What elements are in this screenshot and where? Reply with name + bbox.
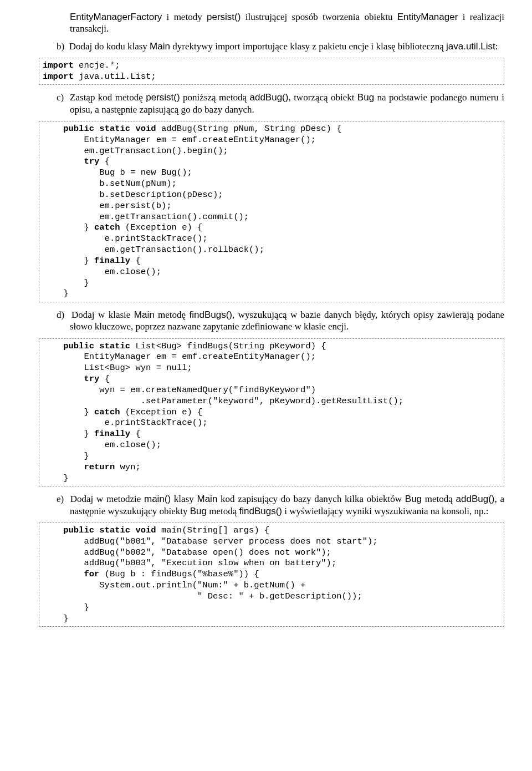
code-term: java.util.List [446, 41, 495, 52]
code-term: persist() [146, 92, 180, 103]
list-marker: e) [57, 494, 64, 504]
keyword: import [43, 72, 74, 82]
text: , tworzącą obiekt [288, 92, 357, 103]
code-term: EntityManager [397, 12, 458, 22]
code-block-c: public static void addBug(String pNum, S… [39, 121, 504, 302]
keyword: public static void [63, 124, 156, 134]
text: ilustrującej sposób tworzenia obiektu [241, 12, 397, 22]
item-b-paragraph: b) Dodaj do kodu klasy Main dyrektywy im… [70, 40, 504, 52]
text: i metody [162, 12, 207, 22]
code-term: findBugs() [239, 506, 282, 516]
code-term: Bug [190, 506, 207, 516]
text: Zastąp kod metodę [70, 92, 146, 103]
text: metodą [207, 506, 239, 516]
keyword: try [84, 374, 99, 384]
text: : [495, 41, 498, 52]
code-term: Main [197, 494, 217, 504]
code-block-b: import encje.*; import java.util.List; [39, 58, 504, 85]
code-text: { Bug b = new Bug(); b.setNum(pNum); b.s… [43, 156, 249, 232]
text: metodą [422, 494, 456, 504]
code-term: main() [144, 494, 171, 504]
keyword: return [84, 462, 115, 472]
keyword: public static [63, 341, 130, 351]
code-term: Main [134, 310, 155, 320]
item-c-paragraph: c) Zastąp kod metodę persist() poniższą … [70, 92, 504, 115]
list-marker: c) [57, 92, 64, 103]
text: Dodaj w klasie [71, 310, 134, 320]
code-term: Main [150, 41, 170, 52]
list-marker: b) [57, 41, 64, 52]
text: poniższą metodą [180, 92, 250, 103]
code-text [43, 124, 63, 134]
keyword: public static void [63, 525, 156, 535]
keyword: import [43, 60, 74, 70]
code-term: addBug() [456, 494, 495, 504]
code-block-e: public static void main(String[] args) {… [39, 523, 504, 627]
text: dyrektywy import importujące klasy z pak… [170, 41, 446, 52]
code-term: Bug [357, 92, 374, 103]
text: i wyświetlający wyniki wyszukiwania na k… [282, 506, 489, 516]
code-text [43, 525, 63, 535]
code-text: java.util.List; [74, 72, 156, 82]
keyword: try [84, 156, 99, 166]
code-term: Bug [405, 494, 422, 504]
code-block-d: public static List<Bug> findBugs(String … [39, 338, 504, 487]
text: Dodaj w metodzie [70, 494, 144, 504]
keyword: for [84, 569, 99, 579]
keyword: finally [94, 256, 130, 266]
text: metodę [155, 310, 190, 320]
text: klasy [171, 494, 197, 504]
code-term: persist() [207, 12, 241, 22]
code-text: encje.*; [74, 60, 120, 70]
text: kod zapisujący do bazy danych kilka obie… [217, 494, 405, 504]
code-term: addBug() [250, 92, 289, 103]
list-marker: d) [57, 310, 64, 320]
item-e-paragraph: e) Dodaj w metodzie main() klasy Main ko… [70, 493, 504, 517]
keyword: catch [94, 407, 120, 417]
code-text [43, 341, 63, 351]
keyword: catch [94, 222, 120, 232]
code-term: EntityManagerFactory [70, 12, 162, 22]
code-term: findBugs() [190, 310, 232, 320]
intro-paragraph: EntityManagerFactory i metody persist() … [70, 11, 504, 35]
keyword: finally [94, 429, 130, 439]
text: Dodaj do kodu klasy [69, 41, 150, 52]
item-d-paragraph: d) Dodaj w klasie Main metodę findBugs()… [70, 309, 504, 333]
